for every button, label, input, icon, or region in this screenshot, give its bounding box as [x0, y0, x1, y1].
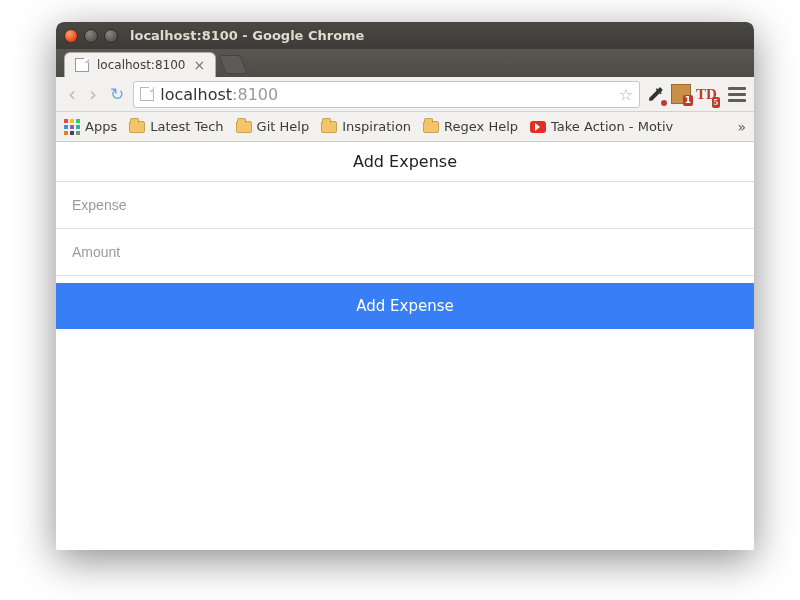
- apps-icon: [64, 119, 80, 135]
- bookmark-label: Inspiration: [342, 119, 411, 134]
- bookmark-folder[interactable]: Git Help: [236, 119, 310, 134]
- address-bar[interactable]: localhost:8100 ☆: [133, 81, 640, 108]
- extension-badge: 5: [712, 97, 721, 108]
- app-header: Add Expense: [56, 142, 754, 182]
- expense-input[interactable]: [72, 197, 738, 213]
- url-rest: :8100: [232, 85, 278, 104]
- folder-icon: [423, 121, 439, 133]
- browser-tab[interactable]: localhost:8100 ×: [64, 52, 216, 77]
- window-close-button[interactable]: [64, 29, 78, 43]
- browser-window: localhost:8100 - Google Chrome localhost…: [56, 22, 754, 550]
- page-icon: [140, 87, 154, 101]
- bookmark-folder[interactable]: Latest Tech: [129, 119, 223, 134]
- close-tab-icon[interactable]: ×: [193, 58, 205, 72]
- bookmark-item[interactable]: Take Action - Motiv: [530, 119, 673, 134]
- url-host: localhost: [160, 85, 232, 104]
- chrome-menu-button[interactable]: [728, 87, 746, 102]
- bookmarks-overflow-button[interactable]: »: [737, 119, 746, 135]
- window-maximize-button[interactable]: [104, 29, 118, 43]
- tab-title: localhost:8100: [97, 58, 185, 72]
- add-expense-button-label: Add Expense: [356, 297, 453, 315]
- page-viewport: Add Expense Add Expense: [56, 142, 754, 550]
- amount-field-row: [56, 229, 754, 276]
- package-extension-icon[interactable]: 1: [671, 84, 691, 104]
- bookmark-label: Take Action - Motiv: [551, 119, 673, 134]
- bookmark-folder[interactable]: Inspiration: [321, 119, 411, 134]
- window-title: localhost:8100 - Google Chrome: [130, 28, 364, 43]
- youtube-icon: [530, 121, 546, 133]
- url-text: localhost:8100: [160, 85, 278, 104]
- page-icon: [75, 58, 89, 72]
- add-expense-button[interactable]: Add Expense: [56, 283, 754, 329]
- spacer: [56, 276, 754, 283]
- bookmark-label: Latest Tech: [150, 119, 223, 134]
- extension-badge: 1: [683, 95, 693, 106]
- bookmarks-bar: Apps Latest Tech Git Help Inspiration Re…: [56, 112, 754, 142]
- folder-icon: [129, 121, 145, 133]
- folder-icon: [321, 121, 337, 133]
- apps-label: Apps: [85, 119, 117, 134]
- color-picker-extension-icon[interactable]: [645, 84, 666, 105]
- bookmark-label: Regex Help: [444, 119, 518, 134]
- todo-extension-icon[interactable]: TD 5: [696, 84, 717, 105]
- browser-toolbar: ‹ › ↻ localhost:8100 ☆ 1 TD 5: [56, 77, 754, 112]
- folder-icon: [236, 121, 252, 133]
- apps-shortcut[interactable]: Apps: [64, 119, 117, 135]
- new-tab-button[interactable]: [218, 55, 248, 74]
- forward-button[interactable]: ›: [85, 82, 101, 106]
- window-titlebar: localhost:8100 - Google Chrome: [56, 22, 754, 49]
- expense-field-row: [56, 182, 754, 229]
- window-minimize-button[interactable]: [84, 29, 98, 43]
- tab-strip: localhost:8100 ×: [56, 49, 754, 77]
- bookmark-folder[interactable]: Regex Help: [423, 119, 518, 134]
- reload-button[interactable]: ↻: [106, 84, 128, 104]
- back-button[interactable]: ‹: [64, 82, 80, 106]
- amount-input[interactable]: [72, 244, 738, 260]
- page-title: Add Expense: [353, 152, 457, 171]
- bookmark-star-icon[interactable]: ☆: [619, 85, 633, 104]
- bookmark-label: Git Help: [257, 119, 310, 134]
